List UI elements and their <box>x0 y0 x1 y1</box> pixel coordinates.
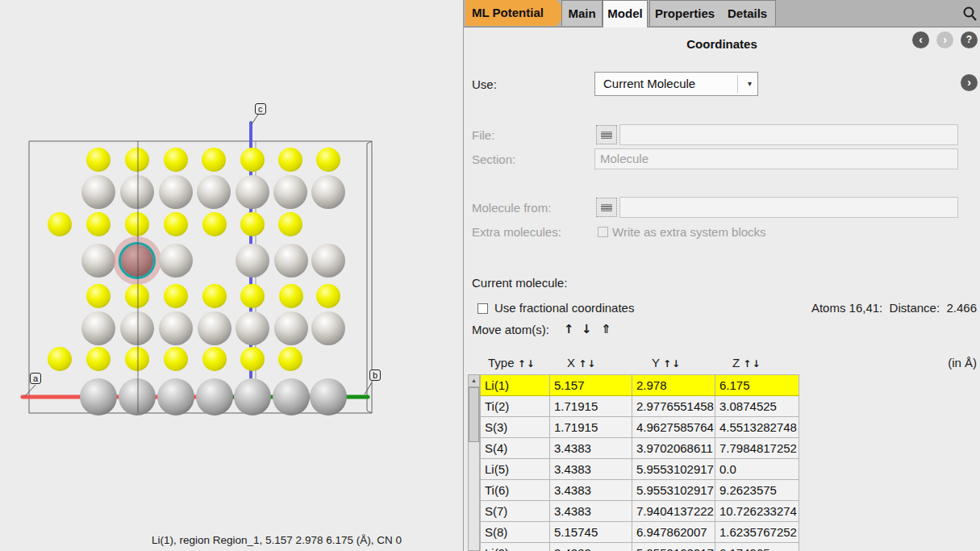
cell-x[interactable]: 3.4383 <box>550 501 632 521</box>
atom-Ti[interactable] <box>236 175 269 209</box>
atom-Ti[interactable] <box>159 311 193 345</box>
tab-ml-potential[interactable]: ML Potential <box>465 0 568 26</box>
atom-Ti[interactable] <box>274 311 308 345</box>
molecule-3d-viewport[interactable]: a b c Li(1), region Region_1, 5.157 2.97… <box>0 0 464 551</box>
scrollbar-thumb[interactable] <box>469 387 479 442</box>
atom-Ti[interactable] <box>81 311 115 345</box>
atom-S[interactable] <box>86 212 111 236</box>
atom-S[interactable] <box>125 284 149 308</box>
atom-S[interactable] <box>164 212 188 236</box>
move-down-icon[interactable]: ↓ <box>582 322 592 336</box>
atom-Ti[interactable] <box>196 378 233 415</box>
cell-x[interactable]: 1.71915 <box>550 417 632 437</box>
cell-x[interactable]: 3.4383 <box>550 459 632 479</box>
file-browse-button[interactable] <box>596 125 617 144</box>
atom-S[interactable] <box>125 347 149 371</box>
atom-Ti[interactable] <box>311 244 345 278</box>
atom-Ti[interactable] <box>273 175 307 209</box>
atom-S[interactable] <box>316 284 340 308</box>
file-field[interactable] <box>619 124 958 145</box>
cell-z[interactable]: 6.174905 <box>715 543 799 551</box>
move-up-layer-icon[interactable]: ⇑ <box>601 322 611 336</box>
tab-properties[interactable]: Properties <box>655 1 715 27</box>
cell-x[interactable]: 3.4383 <box>550 543 632 551</box>
cell-y[interactable]: 6.947862007 <box>632 522 715 542</box>
atom-S[interactable] <box>278 347 302 371</box>
cell-type[interactable]: S(3) <box>481 417 550 437</box>
atom-Ti[interactable] <box>157 378 194 415</box>
cell-x[interactable]: 3.4383 <box>550 438 632 458</box>
atoms-layer[interactable] <box>48 148 347 415</box>
atom-S[interactable] <box>278 212 302 236</box>
atom-S[interactable] <box>279 284 303 308</box>
cell-y[interactable]: 2.978 <box>632 375 715 395</box>
atom-S[interactable] <box>125 148 149 172</box>
atom-Ti[interactable] <box>120 311 154 345</box>
fractional-coordinates-checkbox[interactable] <box>477 303 488 314</box>
scrollbar-up-icon[interactable]: ▲ <box>469 375 479 387</box>
atom-Ti[interactable] <box>311 311 345 345</box>
table-row[interactable]: Li(1) 5.157 2.978 6.175 <box>481 375 799 396</box>
cell-x[interactable]: 3.4383 <box>550 480 632 500</box>
atom-Ti[interactable] <box>198 311 231 345</box>
sort-arrows-icon[interactable]: ↑↓ <box>663 358 681 369</box>
cell-type[interactable]: Li(5) <box>481 459 550 479</box>
atom-S[interactable] <box>86 148 111 172</box>
atom-Ti[interactable] <box>81 175 115 209</box>
sort-arrows-icon[interactable]: ↑↓ <box>743 358 761 369</box>
cell-z[interactable]: 6.175 <box>715 375 799 395</box>
sort-arrows-icon[interactable]: ↑↓ <box>518 358 536 369</box>
atom-S[interactable] <box>202 212 227 236</box>
atom-Ti[interactable] <box>311 175 345 209</box>
search-icon[interactable] <box>962 6 978 22</box>
cell-type[interactable]: S(4) <box>481 438 550 458</box>
atom-S[interactable] <box>240 347 265 371</box>
table-row[interactable]: S(4) 3.4383 3.9702068611 7.7984817252 <box>481 438 799 459</box>
table-row[interactable]: Ti(2) 1.71915 2.9776551458 3.0874525 <box>481 396 799 417</box>
table-row[interactable]: Li(9) 3.4383 5.9553102917 6.174905 <box>481 543 799 551</box>
molecule-scene[interactable] <box>0 0 463 551</box>
atom-Ti[interactable] <box>236 311 269 345</box>
cell-y[interactable]: 5.9553102917 <box>632 459 715 479</box>
atom-S[interactable] <box>316 148 340 172</box>
table-scrollbar[interactable]: ▲ <box>468 374 480 551</box>
atom-S[interactable] <box>48 347 72 371</box>
cell-y[interactable]: 7.9404137222 <box>632 501 715 521</box>
cell-type[interactable]: Ti(2) <box>481 396 550 416</box>
atom-Ti[interactable] <box>274 244 308 278</box>
use-detail-button[interactable]: › <box>961 74 978 91</box>
atom-Ti[interactable] <box>81 244 115 278</box>
section-field[interactable]: Molecule <box>594 148 958 169</box>
atom-S[interactable] <box>240 284 265 308</box>
selected-atom[interactable] <box>121 244 153 277</box>
use-dropdown[interactable]: Current Molecule ▾ <box>594 72 758 96</box>
back-button[interactable]: ‹ <box>912 31 929 48</box>
cell-x[interactable]: 5.157 <box>550 375 632 395</box>
cell-y[interactable]: 2.9776551458 <box>632 396 715 416</box>
cell-y[interactable]: 4.9627585764 <box>632 417 715 437</box>
help-button[interactable]: ? <box>961 31 978 48</box>
atom-Ti[interactable] <box>120 175 154 209</box>
cell-type[interactable]: S(8) <box>481 522 550 542</box>
table-row[interactable]: Ti(6) 3.4383 5.9553102917 9.2623575 <box>481 480 799 501</box>
table-row[interactable]: S(7) 3.4383 7.9404137222 10.726233274 <box>481 501 799 522</box>
atom-Ti[interactable] <box>234 378 271 415</box>
table-row[interactable]: S(8) 5.15745 6.947862007 1.6235767252 <box>481 522 799 543</box>
atom-Ti[interactable] <box>197 175 231 209</box>
atom-S[interactable] <box>48 212 72 236</box>
atom-Ti[interactable] <box>159 175 193 209</box>
tab-main[interactable]: Main <box>561 0 603 26</box>
cell-y[interactable]: 5.9553102917 <box>632 543 715 551</box>
move-up-icon[interactable]: ↑ <box>564 322 574 336</box>
atom-S[interactable] <box>202 148 226 172</box>
cell-type[interactable]: Ti(6) <box>481 480 550 500</box>
extra-molecules-checkbox[interactable] <box>598 227 608 237</box>
atom-S[interactable] <box>164 284 188 308</box>
atom-S[interactable] <box>86 284 111 308</box>
atom-S[interactable] <box>240 148 265 172</box>
cell-type[interactable]: Li(1) <box>481 375 550 395</box>
atom-S[interactable] <box>164 347 188 371</box>
cell-x[interactable]: 1.71915 <box>550 396 632 416</box>
atom-S[interactable] <box>278 148 302 172</box>
molecule-from-field[interactable] <box>619 197 958 218</box>
